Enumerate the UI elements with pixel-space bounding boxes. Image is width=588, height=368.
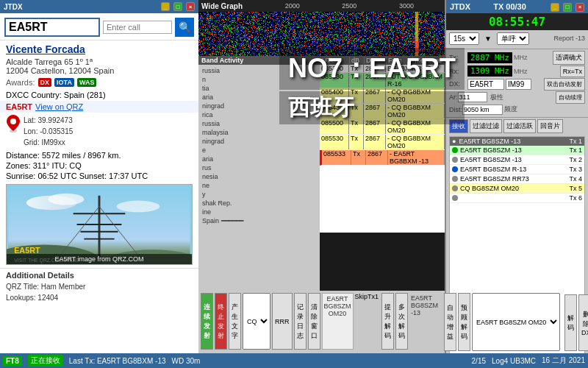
location-row: Lat: 39.992473 Lon: -0.035315 Grid: IM99… xyxy=(0,113,198,150)
active-filter-button[interactable]: 过滤活跃 xyxy=(503,119,536,133)
was-badge: WAS xyxy=(77,78,97,87)
message-row[interactable]: EA5RT BG8SZM RR73 Tx 4 xyxy=(450,174,584,184)
window-title: JTDX xyxy=(4,3,23,11)
jtdx-side-buttons: 接收 过滤过滤 过滤活跃 回音片 xyxy=(446,118,588,135)
msg-dot xyxy=(452,157,458,163)
photo-caption: EA5RT image from QRZ.COM xyxy=(7,254,192,264)
ft8-log-row: 085330 Tx 2867 - UT4XU BG8BXM R-16 xyxy=(320,73,445,88)
boost-decode-button[interactable]: 提升解码 xyxy=(381,293,394,350)
band-item: aria xyxy=(200,155,318,163)
auto-tx-button[interactable]: 连续发射 xyxy=(201,293,213,350)
message-row[interactable]: Tx 6 xyxy=(450,194,584,203)
msg-text: EA5RT BG8SZM -13 xyxy=(460,156,522,163)
ft8-log-row: 085300 Tx 2867 BG8BXM R-16 xyxy=(320,65,445,73)
close-button[interactable]: × xyxy=(186,2,195,11)
ea5rt-select[interactable]: EA5RT BG8SZM OM20 xyxy=(472,293,560,351)
cq-mode-select[interactable]: CQ xyxy=(243,293,270,350)
ft8-log-row: 085430 Tx 2867 - CQ BG8BXM OM20 xyxy=(320,104,445,119)
band-activity-list: russia n tia aria ningrad rica russia ma… xyxy=(198,65,320,227)
receive-button[interactable]: 接收 xyxy=(449,119,468,133)
operator-address: Alcalde Tarrega 65 1º 1ª 12004 Castellon… xyxy=(0,57,198,76)
enter-call-input[interactable] xyxy=(103,21,172,34)
map-icon-area xyxy=(6,115,21,132)
predict-decode-button[interactable]: 预顾解码 xyxy=(458,293,470,351)
jtdx-minimize[interactable]: _ xyxy=(551,3,559,12)
jtdx-time-display: 08:55:47 xyxy=(446,13,588,30)
clear-button[interactable]: 清除窗口 xyxy=(308,293,320,350)
rx-tx-button[interactable]: Rx=Tx xyxy=(560,66,585,77)
tx-label: Tx 1 xyxy=(569,146,582,154)
stop-tx-button[interactable]: 终止发射 xyxy=(215,293,227,350)
band-item: n xyxy=(200,75,318,84)
callsign-search-row: 🔍 xyxy=(0,13,198,40)
tx-label: Tx 5 xyxy=(569,185,582,192)
jtdx-frequency-section: Tx: 2887 MHz MHz 适调确犬 Rx: 1309 MHz MHz R… xyxy=(446,49,588,118)
tx-label: Tx 4 xyxy=(569,175,582,183)
awards-label: Awards: xyxy=(6,78,35,87)
col-rxfreq: Message xyxy=(413,57,444,64)
msg-text: EA5RT BG8SZM RR73 xyxy=(460,175,529,183)
messages-header: ● EA5RT BG8SZM -13 Tx 1 xyxy=(450,137,584,146)
band-item: russia xyxy=(200,66,318,75)
action-buttons-row3: 提升解码 多次解码 EA5RT BG8SZM -13 xyxy=(381,293,442,350)
maximize-button[interactable]: □ xyxy=(173,2,182,11)
action-buttons-area: 连续发射 终止发射 产生文字 CQ RRR 记录日志 清除窗口 EA5RT BG… xyxy=(198,291,445,353)
ea5rt-r13: EA5RT BG8SZM -13 xyxy=(409,293,440,350)
msg-dot xyxy=(452,147,458,153)
rrr-button[interactable]: RRR xyxy=(272,293,293,350)
dx-call-input[interactable] xyxy=(467,79,504,90)
search-button[interactable]: 🔍 xyxy=(175,18,194,37)
bottom-status-bar: FT8 正在接收 Last Tx: EA5RT BG8BXM -13 WD 30… xyxy=(0,353,588,368)
callsign-input[interactable] xyxy=(4,18,100,37)
tx-label: Tx 6 xyxy=(569,194,582,202)
qrz-link[interactable]: EA5RT View on QRZ xyxy=(0,101,198,113)
band-item: rica xyxy=(200,110,318,119)
message-row[interactable]: EA5RT BG8SZM -13 Tx 2 xyxy=(450,155,584,165)
svg-point-5 xyxy=(117,201,160,213)
message-row[interactable]: CQ BG8SZM OM20 Tx 5 xyxy=(450,184,584,194)
band-item: y xyxy=(200,190,318,199)
decode-button[interactable]: 解码 xyxy=(564,294,577,351)
col-msg: Freq xyxy=(387,57,413,64)
message-row[interactable]: EA5RT BG8SZM R-13 Tx 3 xyxy=(450,165,584,174)
skip-label: SkipTx1 xyxy=(355,293,379,350)
minimize-button[interactable]: _ xyxy=(161,2,170,11)
log-button[interactable]: 记录日志 xyxy=(294,293,306,350)
ea5rt-label: EA5RT BG8SZM OM20 xyxy=(322,293,354,350)
date-text: 16 二月 2021 xyxy=(542,355,585,366)
delete-dx-button[interactable]: 删除 DX xyxy=(578,294,588,351)
message-row[interactable]: EA5RT BG8SZM -13 Tx 1 xyxy=(450,146,584,155)
col-freq: DT xyxy=(365,57,387,64)
auto-seq-button[interactable]: 自动续理 xyxy=(556,91,585,104)
period-select[interactable]: 15s xyxy=(449,32,479,45)
receiving-indicator: 正在接收 xyxy=(28,355,63,367)
ft8-log-row: 085500 Tx 2867 - CQ BG8BXM OM20 xyxy=(320,119,445,135)
report-label: Report -13 xyxy=(553,35,585,42)
additional-details-content: QRZ Title: Ham Member Lookups: 12404 xyxy=(6,281,193,303)
ft8-log-row: 085533 Tx 2867 - EA5RT BG8BXM -13 xyxy=(320,150,445,166)
operator-photo: EA5RT VISIT THE QRZ.COM PAGE EA5RT image… xyxy=(6,184,193,265)
msg-dot xyxy=(452,185,458,191)
echo-button[interactable]: 回音片 xyxy=(537,119,563,133)
tx-label: Tx 2 xyxy=(569,156,582,163)
additional-details-title: Additional Details xyxy=(6,271,193,280)
action-buttons-row4: 自动增益 预顾解码 EA5RT BG8SZM OM20 xyxy=(444,293,563,351)
jtdx-maximize[interactable]: □ xyxy=(563,3,572,12)
multi-decode-button[interactable]: 多次解码 xyxy=(395,293,408,350)
mode-select[interactable]: 单呼 xyxy=(497,32,529,45)
generate-text-button[interactable]: 产生文字 xyxy=(229,293,241,350)
double-auto-button[interactable]: 双击自动发射 xyxy=(544,78,585,91)
freq-3000: 3000 xyxy=(399,2,414,10)
auto-reply-button[interactable]: 适调确犬 xyxy=(553,51,585,65)
dx-grid-input[interactable] xyxy=(506,79,531,90)
filter-button[interactable]: 过滤过滤 xyxy=(470,119,502,133)
band-item: russia xyxy=(200,119,318,128)
band-item: ine xyxy=(200,208,318,216)
auto-gain-button[interactable]: 自动增益 xyxy=(444,293,456,351)
freq-2500: 2500 xyxy=(342,2,356,10)
action-buttons-row5: 解码 删除 DX CQ BG8BXM OM20 xyxy=(564,294,588,351)
action-buttons-row1: 连续发射 终止发射 产生文字 CQ RRR xyxy=(201,293,293,350)
dist-row: Dist: 9050 km 频度 xyxy=(449,105,585,115)
jtdx-close[interactable]: × xyxy=(576,3,584,12)
wd-text: WD 30m xyxy=(172,357,201,365)
